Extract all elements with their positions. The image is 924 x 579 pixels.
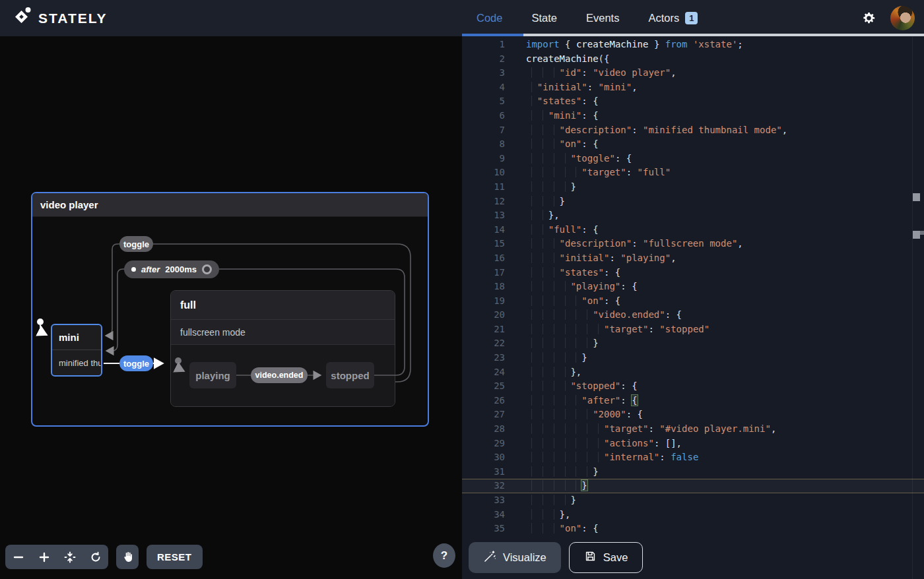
code-line[interactable]: 20 "video.ended": {	[462, 308, 924, 322]
code-lines[interactable]: 1import { createMachine } from 'xstate';…	[462, 38, 924, 536]
line-number: 16	[462, 251, 505, 266]
code-line[interactable]: 19 "on": {	[462, 294, 924, 309]
line-number: 18	[462, 280, 505, 294]
line-content: "on": {	[505, 294, 620, 309]
overview-ruler-mark	[913, 193, 920, 201]
code-line[interactable]: 27 "2000": {	[462, 408, 924, 422]
code-line[interactable]: 16 "initial": "playing",	[462, 251, 924, 266]
line-number: 14	[462, 223, 505, 237]
help-button[interactable]: ?	[433, 543, 455, 568]
code-line[interactable]: 9 "toggle": {	[462, 152, 924, 166]
code-line[interactable]: 35 "on": {	[462, 522, 924, 536]
zoom-in-button[interactable]	[34, 547, 54, 567]
delay-dot-icon	[131, 267, 136, 272]
code-line[interactable]: 32 }	[462, 479, 924, 493]
after-delay: 2000ms	[165, 264, 197, 274]
state-stopped[interactable]: stopped	[326, 362, 374, 388]
code-line[interactable]: 33 }	[462, 493, 924, 508]
code-line[interactable]: 24 },	[462, 365, 924, 380]
code-line[interactable]: 31 }	[462, 465, 924, 479]
user-avatar[interactable]	[890, 6, 915, 30]
line-content: "mini": {	[505, 109, 599, 123]
code-line[interactable]: 23 }	[462, 351, 924, 365]
code-line[interactable]: 11 }	[462, 180, 924, 195]
line-number: 33	[462, 493, 505, 508]
code-line[interactable]: 21 "target": "stopped"	[462, 322, 924, 337]
line-content: "video.ended": {	[505, 308, 682, 322]
settings-gear-icon[interactable]	[860, 10, 877, 27]
event-after-2000ms[interactable]: after 2000ms	[124, 260, 219, 278]
code-line[interactable]: 34 },	[462, 508, 924, 522]
line-number: 29	[462, 437, 505, 451]
code-line[interactable]: 28 "target": "#video player.mini",	[462, 422, 924, 437]
line-content: "states": {	[505, 94, 599, 109]
state-mini-description: minified thumbnail mode	[52, 350, 101, 375]
code-line[interactable]: 30 "internal": false	[462, 450, 924, 465]
brand[interactable]: STATELY	[0, 7, 108, 30]
code-line[interactable]: 29 "actions": [],	[462, 437, 924, 451]
visualize-button[interactable]: Visualize	[469, 542, 561, 573]
code-line[interactable]: 13 },	[462, 208, 924, 223]
reset-button[interactable]: RESET	[147, 545, 203, 569]
line-number: 19	[462, 294, 505, 309]
line-content: "description": "minified thumbnail mode"…	[505, 123, 787, 138]
code-line[interactable]: 26 "after": {	[462, 394, 924, 408]
line-content: },	[505, 508, 570, 522]
state-full[interactable]: full fullscreen mode	[170, 290, 395, 407]
code-line[interactable]: 5 "states": {	[462, 94, 924, 109]
line-number: 34	[462, 508, 505, 522]
line-number: 26	[462, 394, 505, 408]
line-content: }	[505, 336, 599, 351]
line-number: 6	[462, 109, 505, 123]
line-number: 25	[462, 379, 505, 394]
tab-code[interactable]: Code	[477, 12, 502, 24]
state-full-description: fullscreen mode	[171, 319, 395, 344]
zoom-toolbar	[5, 545, 108, 569]
code-line[interactable]: 8 "on": {	[462, 137, 924, 152]
line-number: 2	[462, 52, 505, 67]
code-line[interactable]: 12 }	[462, 195, 924, 209]
state-full-header[interactable]: full	[171, 291, 395, 319]
state-playing[interactable]: playing	[189, 362, 236, 388]
line-number: 7	[462, 123, 505, 138]
event-video-ended[interactable]: video.ended	[251, 367, 308, 383]
reset-zoom-button[interactable]	[86, 547, 106, 567]
code-line[interactable]: 7 "description": "minified thumbnail mod…	[462, 123, 924, 138]
code-line[interactable]: 4 "initial": "mini",	[462, 80, 924, 95]
navbar-right	[860, 0, 924, 36]
save-button[interactable]: Save	[569, 542, 644, 573]
code-line[interactable]: 2createMachine({	[462, 52, 924, 67]
line-content: }	[505, 465, 599, 479]
line-content: },	[505, 208, 560, 223]
actors-count-badge: 1	[685, 12, 698, 25]
code-line[interactable]: 25 "stopped": {	[462, 379, 924, 394]
overview-ruler-mark	[913, 231, 920, 239]
state-mini-header[interactable]: mini	[52, 325, 101, 350]
tab-state[interactable]: State	[531, 12, 557, 24]
zoom-out-button[interactable]	[9, 547, 28, 567]
tab-actors[interactable]: Actors 1	[648, 12, 698, 25]
code-line[interactable]: 15 "description": "fullscreen mode",	[462, 237, 924, 251]
line-content: "full": {	[505, 223, 599, 237]
code-line[interactable]: 22 }	[462, 336, 924, 351]
event-toggle-mini-to-full[interactable]: toggle	[119, 355, 153, 371]
line-content: "states": {	[505, 266, 620, 280]
fit-view-button[interactable]	[60, 547, 80, 567]
code-line[interactable]: 1import { createMachine } from 'xstate';	[462, 38, 924, 52]
state-video-player-header[interactable]: video player	[32, 193, 428, 217]
diagram-canvas[interactable]: video player full fullscreen mode playin…	[0, 36, 462, 579]
code-line[interactable]: 17 "states": {	[462, 266, 924, 280]
line-content: "initial": "mini",	[505, 80, 638, 95]
tab-events[interactable]: Events	[586, 12, 619, 24]
line-number: 1	[462, 38, 505, 52]
code-line[interactable]: 14 "full": {	[462, 223, 924, 237]
code-editor-panel[interactable]: 1import { createMachine } from 'xstate';…	[462, 36, 924, 579]
event-toggle-full-to-mini[interactable]: toggle	[119, 236, 153, 252]
pan-tool-button[interactable]	[116, 545, 139, 569]
code-line[interactable]: 3 "id": "video player",	[462, 66, 924, 80]
code-line[interactable]: 18 "playing": {	[462, 280, 924, 294]
line-number: 8	[462, 137, 505, 152]
state-mini[interactable]: mini minified thumbnail mode	[51, 324, 102, 377]
code-line[interactable]: 10 "target": "full"	[462, 166, 924, 180]
code-line[interactable]: 6 "mini": {	[462, 109, 924, 123]
